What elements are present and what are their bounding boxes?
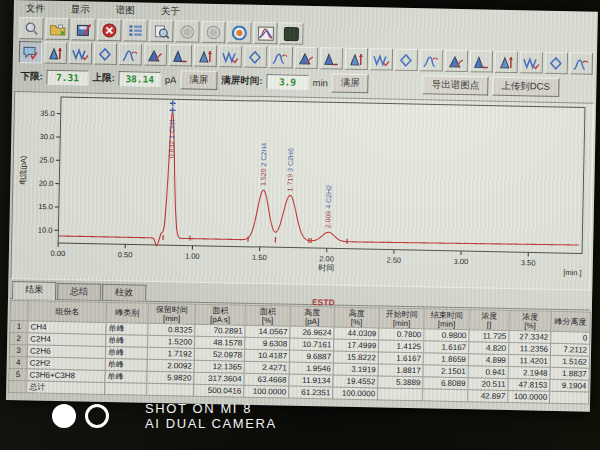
peak-mark-icon[interactable] <box>44 42 67 64</box>
tab-0[interactable]: 结果 <box>12 281 56 300</box>
svg-text:时间: 时间 <box>318 263 334 272</box>
cell: 0.7800 <box>379 328 424 341</box>
cell: 1.4125 <box>379 340 424 353</box>
peak-rider-icon[interactable] <box>394 49 417 71</box>
header-3: 面积[pA s] <box>195 304 245 325</box>
peak-cross-icon[interactable] <box>244 46 267 68</box>
chromatogram-plot[interactable]: 10.015.020.025.030.035.00.000.501.001.50… <box>10 91 594 291</box>
peak-skim-icon[interactable] <box>545 52 568 74</box>
record-icon[interactable] <box>227 21 251 43</box>
tab-2[interactable]: 柱效 <box>102 284 146 301</box>
peak-point-icon[interactable] <box>269 46 292 68</box>
nav-prev-icon[interactable] <box>175 20 199 42</box>
upper-limit-unit: pA <box>165 74 177 85</box>
cell: 2.4271 <box>244 361 289 374</box>
cell: 27.3342 <box>509 331 551 344</box>
fulltime-input[interactable]: 3.9 <box>266 74 308 90</box>
svg-text:0.832 1 CH4: 0.832 1 CH4 <box>168 119 176 159</box>
cell: 1.5162 <box>550 355 589 368</box>
upload-dcs-button[interactable]: 上传到DCS <box>492 77 559 97</box>
results-table-panel: 组份名峰类别保留时间[min]面积[pA s]面积[%]高度[pA]高度[%]开… <box>8 300 590 405</box>
cell: 1.6167 <box>378 352 423 365</box>
cell: 70.2891 <box>195 324 245 337</box>
list-icon[interactable] <box>123 19 147 41</box>
peak-split-icon[interactable] <box>419 49 442 71</box>
cell: 100.0000 <box>508 390 550 403</box>
close-icon[interactable] <box>97 19 121 41</box>
cell: 11.4201 <box>508 354 550 367</box>
menu-2[interactable]: 谱图 <box>114 4 137 17</box>
cell: 0.9800 <box>424 329 469 342</box>
cell: 4.820 <box>468 342 508 355</box>
peak-slope-icon[interactable] <box>194 45 217 67</box>
cell: 单峰 <box>106 322 148 335</box>
cell: 1.8817 <box>378 364 423 377</box>
peak-merge-icon[interactable] <box>444 50 467 72</box>
cell: 12.1365 <box>194 360 244 373</box>
chromatogram-view-icon[interactable] <box>253 22 277 44</box>
cell: 317.3604 <box>194 372 244 385</box>
peak-manual-icon[interactable] <box>520 51 543 73</box>
cell: 0.8325 <box>148 323 195 336</box>
camera-watermark: SHOT ON MI 8 AI DUAL CAMERA <box>52 401 277 431</box>
menu-0[interactable]: 文件 <box>24 2 47 15</box>
cell: 0.941 <box>468 366 508 379</box>
peak-diamond-icon[interactable] <box>119 43 142 65</box>
header-0: 组份名 <box>28 301 106 323</box>
cell <box>105 382 147 395</box>
fulltime-label: 满屏时间: <box>221 74 262 88</box>
upper-limit-input[interactable]: 38.14 <box>119 71 161 87</box>
panel-toggle-icon[interactable] <box>279 22 303 44</box>
menu-3[interactable]: 关于 <box>159 5 182 18</box>
annotation-check-icon[interactable] <box>19 41 42 63</box>
cell: 2.1501 <box>423 365 468 378</box>
svg-text:1.520 2 C2H4: 1.520 2 C2H4 <box>260 143 268 186</box>
cell: 11.725 <box>469 330 509 343</box>
cell: 10.7161 <box>290 338 334 351</box>
fulltime-unit: min <box>312 77 328 88</box>
cell: 5.9820 <box>147 371 194 384</box>
peak-shoulder-icon[interactable] <box>469 50 492 72</box>
tab-1[interactable]: 总结 <box>57 283 101 300</box>
peak-base-icon[interactable] <box>319 47 342 69</box>
cell: 单峰 <box>106 334 148 347</box>
quant-method-label: ESTD <box>312 297 335 307</box>
peak-fill-icon[interactable] <box>294 47 317 69</box>
cell: 1.6167 <box>424 341 469 354</box>
svg-text:3.50: 3.50 <box>521 258 536 267</box>
svg-text:0.00: 0.00 <box>51 249 66 258</box>
svg-text:0.50: 0.50 <box>118 250 133 259</box>
preview-search-icon[interactable] <box>149 20 173 42</box>
search-icon[interactable] <box>19 17 43 39</box>
svg-text:2.50: 2.50 <box>386 256 401 265</box>
cell: 1.8659 <box>423 353 468 366</box>
peak-height-icon[interactable] <box>169 44 192 66</box>
cell: 11.9134 <box>289 374 333 387</box>
cell: 100.0000 <box>333 387 378 400</box>
fulltime-fullscale-button[interactable]: 满屏 <box>332 73 369 93</box>
peak-valley-icon[interactable] <box>219 45 242 67</box>
header-2: 保留时间[min] <box>148 303 195 324</box>
peak-width-icon[interactable] <box>69 42 92 64</box>
header-8: 结束时间[min] <box>424 309 469 330</box>
cell <box>147 383 194 396</box>
open-folder-icon[interactable] <box>45 18 69 40</box>
lower-limit-input[interactable]: 7.31 <box>46 70 88 86</box>
cell: 20.511 <box>468 378 508 391</box>
cell: 10.4187 <box>244 349 289 362</box>
edit-save-icon[interactable] <box>71 18 95 40</box>
svg-text:2.009 4 C2H2: 2.009 4 C2H2 <box>324 185 332 228</box>
export-points-button[interactable]: 导出谱图点 <box>423 75 489 95</box>
menu-1[interactable]: 显示 <box>69 3 92 16</box>
peak-move-icon[interactable] <box>144 44 167 66</box>
peak-drop-icon[interactable] <box>344 48 367 70</box>
header-10: 浓度[%] <box>509 311 551 332</box>
peak-wave-icon[interactable] <box>94 43 117 65</box>
fullscale-button[interactable]: 满屏 <box>180 70 217 90</box>
nav-next-icon[interactable] <box>201 21 225 43</box>
peak-tangent-icon[interactable] <box>495 51 518 73</box>
peak-export-icon[interactable] <box>570 52 593 74</box>
cell: 26.9624 <box>290 326 334 339</box>
cell: 总计 <box>27 381 105 395</box>
peak-group-icon[interactable] <box>369 48 392 70</box>
